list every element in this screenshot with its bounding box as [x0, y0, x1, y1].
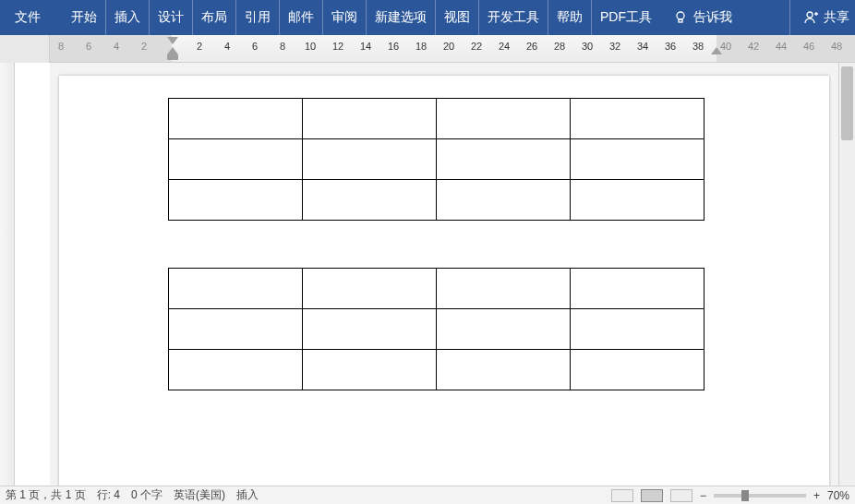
- table-row[interactable]: [169, 350, 704, 390]
- ruler-tick: 22: [471, 41, 482, 52]
- table-cell[interactable]: [303, 180, 437, 221]
- tab-label: 审阅: [331, 9, 357, 26]
- table-cell[interactable]: [571, 269, 704, 309]
- view-web-button[interactable]: [670, 489, 692, 502]
- indent-right-marker[interactable]: [711, 47, 722, 54]
- table-cell[interactable]: [437, 309, 571, 350]
- tab-newoption[interactable]: 新建选项: [367, 0, 436, 35]
- table-cell[interactable]: [303, 269, 437, 309]
- tab-label: 布局: [201, 9, 227, 26]
- ruler-tick: 16: [388, 41, 399, 52]
- tab-view[interactable]: 视图: [436, 0, 479, 35]
- file-tab-label: 文件: [15, 9, 41, 26]
- tab-label: 帮助: [557, 9, 583, 26]
- ruler-tick: 8: [58, 41, 64, 52]
- table-cell[interactable]: [437, 99, 571, 139]
- indent-first-line-marker[interactable]: [167, 37, 178, 44]
- ribbon: 文件 开始 插入 设计 布局 引用 邮件 审阅 新建选项 视图 开发工具 帮助 …: [0, 0, 855, 35]
- table-cell[interactable]: [437, 269, 571, 309]
- document-table[interactable]: [168, 98, 704, 221]
- ruler-tick: 48: [831, 41, 842, 52]
- file-tab[interactable]: 文件: [0, 0, 55, 35]
- vertical-ruler[interactable]: [0, 63, 15, 486]
- table-cell[interactable]: [571, 139, 704, 180]
- zoom-value[interactable]: 70%: [827, 489, 849, 502]
- table-cell[interactable]: [571, 350, 704, 390]
- ruler-tick: 20: [443, 41, 454, 52]
- tab-label: PDF工具: [600, 9, 652, 26]
- svg-point-2: [807, 12, 813, 18]
- table-cell[interactable]: [169, 309, 303, 350]
- ruler-tick: 12: [332, 41, 343, 52]
- table-cell[interactable]: [169, 139, 303, 180]
- status-line[interactable]: 行: 4: [97, 487, 120, 503]
- tab-review[interactable]: 审阅: [323, 0, 367, 35]
- ruler-tick: 32: [609, 41, 620, 52]
- table-cell[interactable]: [303, 139, 437, 180]
- status-right: − + 70%: [611, 489, 849, 502]
- zoom-minus[interactable]: −: [700, 489, 706, 502]
- table-row[interactable]: [169, 180, 704, 221]
- table-row[interactable]: [169, 99, 704, 139]
- table-cell[interactable]: [437, 180, 571, 221]
- tab-mailings[interactable]: 邮件: [280, 0, 323, 35]
- svg-rect-1: [679, 19, 682, 22]
- table-cell[interactable]: [303, 309, 437, 350]
- tab-design[interactable]: 设计: [150, 0, 193, 35]
- view-read-button[interactable]: [611, 489, 633, 502]
- table-cell[interactable]: [303, 350, 437, 390]
- table-cell[interactable]: [169, 180, 303, 221]
- horizontal-ruler[interactable]: 8642246810121416182022242628303234363840…: [50, 35, 855, 62]
- table-row[interactable]: [169, 269, 704, 309]
- table-cell[interactable]: [571, 99, 704, 139]
- table-cell[interactable]: [571, 309, 704, 350]
- vertical-scrollbar[interactable]: [838, 63, 855, 486]
- tab-label: 插入: [114, 9, 140, 26]
- zoom-slider[interactable]: [714, 494, 806, 498]
- ruler-tick: 34: [637, 41, 648, 52]
- ruler-tick: 24: [499, 41, 510, 52]
- status-lang[interactable]: 英语(美国): [174, 487, 225, 503]
- tab-references[interactable]: 引用: [236, 0, 280, 35]
- ruler-tick: 6: [86, 41, 91, 52]
- document-table[interactable]: [168, 268, 704, 390]
- status-words[interactable]: 0 个字: [131, 487, 163, 503]
- tab-home[interactable]: 开始: [63, 0, 106, 35]
- tab-layout[interactable]: 布局: [193, 0, 236, 35]
- indent-left-marker[interactable]: [167, 54, 178, 60]
- tellme-button[interactable]: 告诉我: [660, 0, 745, 35]
- ruler-corner: [0, 35, 50, 63]
- tab-insert[interactable]: 插入: [106, 0, 150, 35]
- zoom-plus[interactable]: +: [813, 489, 820, 502]
- table-cell[interactable]: [169, 269, 303, 309]
- table-cell[interactable]: [437, 139, 571, 180]
- status-page[interactable]: 第 1 页，共 1 页: [6, 487, 86, 503]
- scrollbar-thumb[interactable]: [841, 66, 853, 140]
- table-row[interactable]: [169, 139, 704, 180]
- tab-pdf[interactable]: PDF工具: [592, 0, 660, 35]
- ruler-tick: 26: [526, 41, 537, 52]
- table-cell[interactable]: [169, 99, 303, 139]
- page-content[interactable]: [59, 76, 829, 486]
- ruler-tick: 30: [582, 41, 593, 52]
- lightbulb-icon: [673, 10, 688, 25]
- table-cell[interactable]: [571, 180, 704, 221]
- ruler-tick: 2: [197, 41, 202, 52]
- table-cell[interactable]: [303, 99, 437, 139]
- table-cell[interactable]: [437, 350, 571, 390]
- indent-hanging-marker[interactable]: [167, 47, 178, 54]
- status-mode[interactable]: 插入: [236, 487, 259, 503]
- page-area[interactable]: [50, 63, 838, 486]
- table-cell[interactable]: [169, 350, 303, 390]
- ruler-tick: 36: [665, 41, 676, 52]
- tab-developer[interactable]: 开发工具: [479, 0, 548, 35]
- zoom-thumb[interactable]: [741, 490, 749, 501]
- table-row[interactable]: [169, 309, 704, 350]
- view-print-button[interactable]: [641, 489, 663, 502]
- work-area: [0, 63, 855, 486]
- tellme-label: 告诉我: [693, 9, 732, 26]
- share-button[interactable]: 共享: [789, 0, 855, 35]
- status-bar: 第 1 页，共 1 页 行: 4 0 个字 英语(美国) 插入 − + 70%: [0, 486, 855, 504]
- ribbon-spacer: [55, 0, 63, 35]
- tab-help[interactable]: 帮助: [548, 0, 592, 35]
